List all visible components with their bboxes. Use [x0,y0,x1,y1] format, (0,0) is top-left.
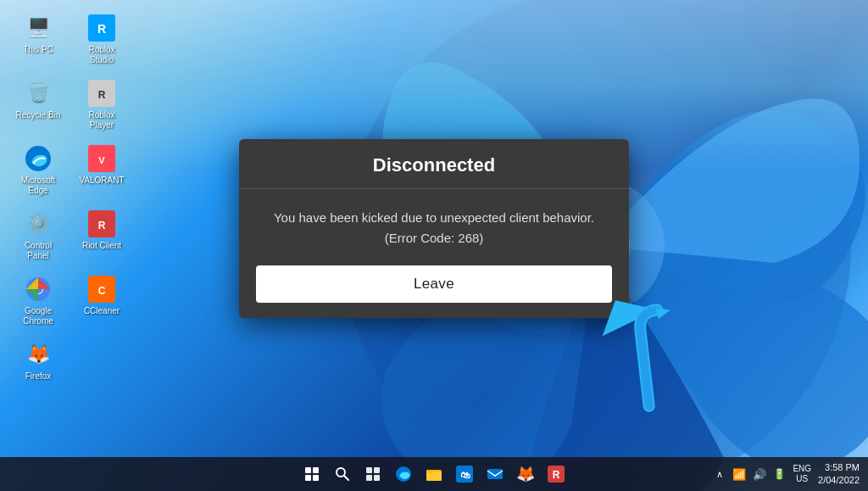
taskbar-edge-button[interactable] [390,460,417,488]
dialog-footer: Leave [239,265,629,318]
svg-rect-21 [374,467,380,473]
dialog-message-text: You have been kicked due to unexpected c… [274,210,594,245]
battery-icon[interactable]: 🔋 [773,468,786,480]
taskbar-clock[interactable]: 3:58 PM 2/04/2022 [818,461,860,488]
store-icon: 🛍 [456,466,473,483]
file-explorer-icon [426,466,442,483]
leave-button[interactable]: Leave [256,265,612,303]
svg-rect-30 [487,469,503,479]
network-icon[interactable]: 📶 [732,468,746,481]
taskbar-search-button[interactable] [329,460,356,488]
svg-rect-20 [366,467,372,473]
win-sq-2 [313,467,319,473]
taskbar-riot-icon: R [548,466,565,483]
task-view-icon [365,466,381,482]
taskbar: 🛍 🦊 R ∧ 📶 🔊 🔋 [0,457,868,491]
taskbar-store-button[interactable]: 🛍 [451,460,478,488]
volume-icon[interactable]: 🔊 [753,468,766,481]
taskbar-edge-icon [395,466,412,483]
taskbar-task-view-button[interactable] [359,460,387,488]
svg-text:🛍: 🛍 [460,470,470,480]
svg-line-19 [344,476,348,480]
lang-code: ENG [793,464,811,474]
taskbar-riot-button[interactable]: R [542,460,570,488]
mail-icon [487,466,504,483]
win-sq-1 [305,467,311,473]
win-sq-3 [305,475,311,481]
taskbar-right: ∧ 📶 🔊 🔋 ENG US 3:58 PM 2/04/2022 [714,461,860,488]
svg-text:R: R [553,469,560,481]
windows-logo [305,467,319,481]
disconnected-dialog: Disconnected You have been kicked due to… [239,139,629,318]
taskbar-firefox-button[interactable]: 🦊 [512,460,539,488]
tray-expand-button[interactable]: ∧ [714,466,726,483]
taskbar-file-explorer-button[interactable] [420,460,448,488]
dialog-message: You have been kicked due to unexpected c… [239,189,629,265]
svg-rect-22 [366,475,372,481]
dialog-overlay: Disconnected You have been kicked due to… [0,0,868,457]
lang-region: US [793,474,811,484]
language-badge[interactable]: ENG US [793,464,811,484]
start-button[interactable] [298,460,326,488]
taskbar-firefox-icon: 🦊 [516,465,535,483]
svg-rect-27 [426,470,433,473]
clock-time: 3:58 PM [818,461,860,474]
taskbar-mail-button[interactable] [481,460,509,488]
search-icon [335,466,350,482]
clock-date: 2/04/2022 [818,474,860,487]
taskbar-center: 🛍 🦊 R [298,460,570,488]
svg-rect-23 [374,475,380,481]
dialog-title: Disconnected [239,139,629,189]
win-sq-4 [313,475,319,481]
